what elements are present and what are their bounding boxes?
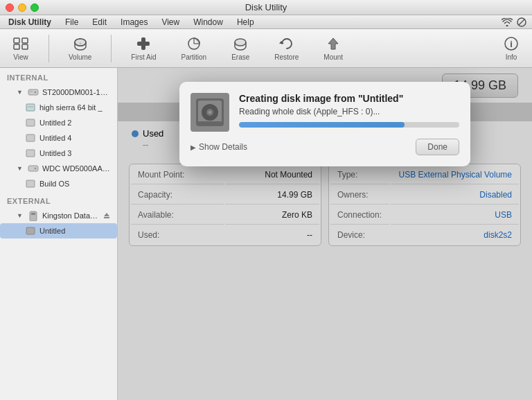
disclosure-triangle-icon: ▶ xyxy=(190,144,196,151)
menu-bar: Disk Utility File Edit Images View Windo… xyxy=(0,15,532,29)
svg-rect-22 xyxy=(26,104,35,111)
svg-rect-2 xyxy=(14,38,19,43)
show-details-button[interactable]: ▶ Show Details xyxy=(190,142,247,152)
dialog-subtitle: Reading whole disk (Apple_HFS : 0)... xyxy=(239,107,459,116)
volume-icon-6 xyxy=(25,225,36,236)
svg-rect-33 xyxy=(104,217,109,218)
buildos-label: Build OS xyxy=(39,180,69,188)
menu-file[interactable]: File xyxy=(62,17,81,27)
svg-point-39 xyxy=(209,111,211,114)
menu-view[interactable]: View xyxy=(159,17,182,27)
volume-icon: + xyxy=(72,35,89,52)
volume-icon-2 xyxy=(25,117,36,128)
minimize-button[interactable] xyxy=(18,3,26,12)
menu-help[interactable]: Help xyxy=(234,17,257,27)
view-icon xyxy=(12,35,29,52)
close-button[interactable] xyxy=(6,3,14,12)
dialog-disk-image xyxy=(190,93,229,132)
menu-window[interactable]: Window xyxy=(190,17,226,27)
sidebar-item-wdc[interactable]: ▼ WDC WD5000AAKX... xyxy=(0,161,117,176)
sidebar-item-untitled4[interactable]: Untitled 4 xyxy=(0,130,117,146)
sidebar: Internal ▼ ST2000DM001-1ER1... high sier… xyxy=(0,68,118,400)
dialog-top: Creating disk image from "Untitled" Read… xyxy=(190,93,459,132)
svg-rect-24 xyxy=(26,119,35,126)
svg-point-20 xyxy=(34,92,36,94)
sidebar-item-untitled-selected[interactable]: Untitled xyxy=(0,223,117,238)
dialog-title: Creating disk image from "Untitled" xyxy=(239,93,459,104)
svg-rect-25 xyxy=(26,134,35,141)
svg-rect-40 xyxy=(198,121,222,124)
info-label: Info xyxy=(506,53,517,61)
content-area: 14.99 GB Not Mounted Used -- Free -- xyxy=(118,68,532,400)
internal-section-label: Internal xyxy=(0,68,117,85)
erase-label: Erase xyxy=(231,53,249,61)
volume-button[interactable]: + Volume xyxy=(63,33,97,64)
menu-app-name[interactable]: Disk Utility xyxy=(6,17,54,27)
eject-icon xyxy=(103,212,110,219)
volume-icon-5 xyxy=(25,178,36,189)
partition-button[interactable]: Partition xyxy=(175,33,212,64)
show-details-label: Show Details xyxy=(199,142,247,152)
first-aid-icon xyxy=(135,35,152,52)
partition-label: Partition xyxy=(181,53,206,61)
st2000-label: ST2000DM001-1ER1... xyxy=(42,88,110,96)
partition-icon xyxy=(186,35,202,52)
title-bar: Disk Utility xyxy=(0,0,532,15)
hdd-icon-2 xyxy=(28,163,39,174)
info-icon: i xyxy=(503,35,520,52)
untitled2-label: Untitled 2 xyxy=(39,119,71,127)
untitled3-label: Untitled 3 xyxy=(39,149,71,157)
first-aid-button[interactable]: First Aid xyxy=(125,33,161,64)
done-button[interactable]: Done xyxy=(416,139,459,155)
progress-bar-bg xyxy=(239,122,459,128)
svg-text:i: i xyxy=(510,39,513,49)
sidebar-item-untitled2[interactable]: Untitled 2 xyxy=(0,115,117,130)
mount-label: Mount xyxy=(323,53,343,61)
main-layout: Internal ▼ ST2000DM001-1ER1... high sier… xyxy=(0,68,532,400)
svg-rect-29 xyxy=(26,180,35,187)
sidebar-item-kingston[interactable]: ▼ Kingston DataTra... xyxy=(0,208,117,223)
svg-line-1 xyxy=(519,19,524,25)
svg-rect-5 xyxy=(22,44,28,49)
dialog-footer: ▶ Show Details Done xyxy=(190,139,459,155)
svg-marker-32 xyxy=(104,213,109,216)
erase-button[interactable]: Erase xyxy=(226,33,255,64)
menu-edit[interactable]: Edit xyxy=(89,17,109,27)
svg-rect-19 xyxy=(28,89,38,95)
no-sign-icon xyxy=(517,17,526,27)
erase-icon xyxy=(232,35,249,52)
svg-marker-16 xyxy=(328,38,338,49)
volume-icon-1 xyxy=(25,102,36,113)
svg-rect-31 xyxy=(31,213,35,215)
svg-rect-26 xyxy=(26,150,35,157)
svg-rect-34 xyxy=(26,227,35,234)
wdc-label: WDC WD5000AAKX... xyxy=(42,164,110,173)
svg-marker-15 xyxy=(279,41,284,44)
svg-point-28 xyxy=(34,168,36,170)
toolbar: View + Volume First Aid xyxy=(0,29,532,68)
view-button[interactable]: View xyxy=(7,33,35,64)
usb-icon xyxy=(28,210,39,221)
sidebar-item-untitled3[interactable]: Untitled 3 xyxy=(0,146,117,161)
status-icons xyxy=(502,17,526,27)
sidebar-item-buildos[interactable]: Build OS xyxy=(0,176,117,191)
volume-icon-3 xyxy=(25,132,36,144)
highsierra-label: high sierra 64 bit _ xyxy=(39,103,103,112)
view-label: View xyxy=(13,53,28,61)
untitled4-label: Untitled 4 xyxy=(39,134,71,142)
maximize-button[interactable] xyxy=(30,3,39,12)
svg-rect-4 xyxy=(14,44,19,49)
restore-icon xyxy=(278,35,295,52)
info-button[interactable]: i Info xyxy=(497,33,525,64)
window-controls[interactable] xyxy=(6,3,39,12)
sidebar-item-highsierra[interactable]: high sierra 64 bit _ xyxy=(0,100,117,115)
mount-button[interactable]: Mount xyxy=(318,33,348,64)
wifi-icon xyxy=(502,18,513,26)
sidebar-item-st2000[interactable]: ▼ ST2000DM001-1ER1... xyxy=(0,85,117,100)
restore-button[interactable]: Restore xyxy=(269,33,304,64)
kingston-label: Kingston DataTra... xyxy=(42,211,100,220)
hdd-icon xyxy=(28,87,39,98)
menu-images[interactable]: Images xyxy=(118,17,150,27)
svg-rect-10 xyxy=(137,42,150,46)
progress-dialog: Creating disk image from "Untitled" Read… xyxy=(179,82,470,166)
